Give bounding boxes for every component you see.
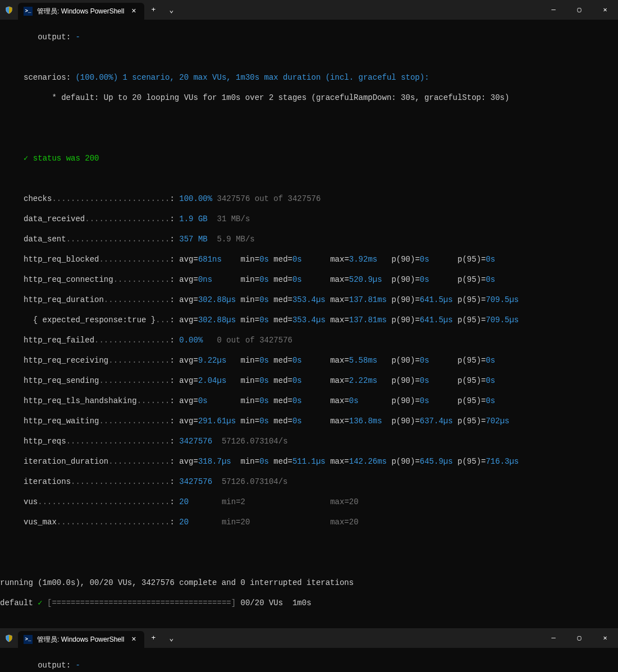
tab-title: 管理员: Windows PowerShell xyxy=(37,7,124,16)
metric-http-req-receiving: http_req_receiving.............: avg=9.2… xyxy=(0,355,618,365)
scenarios-label: scenarios: xyxy=(24,73,71,82)
metric-data-received: data_received..................: 1.9 GB … xyxy=(0,214,618,224)
terminal-window-1: >_ 管理员: Windows PowerShell × + ⌄ ─ ▢ ✕ o… xyxy=(0,0,618,628)
metric-data-sent: data_sent......................: 357 MB … xyxy=(0,234,618,244)
titlebar[interactable]: >_ 管理员: Windows PowerShell × + ⌄ ─ ▢ ✕ xyxy=(0,628,618,648)
new-tab-button[interactable]: + xyxy=(144,0,162,20)
metric-http-req-blocked: http_req_blocked...............: avg=681… xyxy=(0,254,618,264)
admin-shield-icon xyxy=(4,634,13,643)
minimize-button[interactable]: ─ xyxy=(541,628,566,648)
metric-http-req-tls: http_req_tls_handshaking.......: avg=0s … xyxy=(0,396,618,406)
tab-dropdown-button[interactable]: ⌄ xyxy=(162,628,180,648)
scenarios-detail: * default: Up to 20 looping VUs for 1m0s… xyxy=(0,93,618,103)
metric-iteration-duration: iteration_duration.............: avg=318… xyxy=(0,456,618,467)
maximize-button[interactable]: ▢ xyxy=(566,0,592,20)
progress-bar: default ✓ [=============================… xyxy=(0,598,618,608)
metric-vus-max: vus_max........................: 20 min=… xyxy=(0,517,618,527)
terminal-output-1[interactable]: output: - scenarios: (100.00%) 1 scenari… xyxy=(0,20,618,628)
minimize-button[interactable]: ─ xyxy=(541,0,566,20)
metric-http-req-sending: http_req_sending...............: avg=2.0… xyxy=(0,376,618,386)
metric-http-req-duration: http_req_duration..............: avg=302… xyxy=(0,295,618,305)
window-controls: ─ ▢ ✕ xyxy=(541,0,618,20)
window-controls: ─ ▢ ✕ xyxy=(541,628,618,648)
tab-area: >_ 管理员: Windows PowerShell × + ⌄ xyxy=(0,628,180,648)
metric-http-req-connecting: http_req_connecting............: avg=0ns… xyxy=(0,275,618,285)
titlebar[interactable]: >_ 管理员: Windows PowerShell × + ⌄ ─ ▢ ✕ xyxy=(0,0,618,20)
metric-http-req-waiting: http_req_waiting...............: avg=291… xyxy=(0,416,618,426)
output-value: - xyxy=(75,661,80,670)
terminal-window-2: >_ 管理员: Windows PowerShell × + ⌄ ─ ▢ ✕ o… xyxy=(0,628,618,672)
powershell-icon: >_ xyxy=(24,7,33,16)
new-tab-button[interactable]: + xyxy=(144,628,162,648)
tab-area: >_ 管理员: Windows PowerShell × + ⌄ xyxy=(0,0,180,20)
tab-title: 管理员: Windows PowerShell xyxy=(37,635,124,644)
output-label: output: xyxy=(38,33,71,42)
powershell-icon: >_ xyxy=(24,635,33,644)
terminal-output-2[interactable]: output: - scenarios: (100.00%) 1 scenari… xyxy=(0,648,618,672)
running-status: running (1m00.0s), 00/20 VUs, 3427576 co… xyxy=(0,578,618,588)
output-value: - xyxy=(75,33,80,42)
status-check: ✓ status was 200 xyxy=(24,154,99,163)
admin-shield-icon xyxy=(4,6,13,15)
metric-vus: vus............................: 20 min=… xyxy=(0,497,618,507)
metric-iterations: iterations.....................: 3427576… xyxy=(0,477,618,487)
metric-expected-response: { expected_response:true }...: avg=302.8… xyxy=(0,315,618,325)
tab-active[interactable]: >_ 管理员: Windows PowerShell × xyxy=(18,3,144,20)
scenarios-summary: (100.00%) 1 scenario, 20 max VUs, 1m30s … xyxy=(75,73,429,82)
metric-http-reqs: http_reqs......................: 3427576… xyxy=(0,436,618,446)
close-tab-button[interactable]: × xyxy=(129,6,139,16)
metric-http-req-failed: http_req_failed................: 0.00% 0… xyxy=(0,335,618,345)
close-tab-button[interactable]: × xyxy=(129,634,139,644)
output-label: output: xyxy=(38,661,71,670)
metric-checks: checks.........................: 100.00%… xyxy=(0,194,618,204)
maximize-button[interactable]: ▢ xyxy=(566,628,592,648)
tab-dropdown-button[interactable]: ⌄ xyxy=(162,0,180,20)
close-button[interactable]: ✕ xyxy=(592,0,618,20)
close-button[interactable]: ✕ xyxy=(592,628,618,648)
tab-active[interactable]: >_ 管理员: Windows PowerShell × xyxy=(18,631,144,648)
